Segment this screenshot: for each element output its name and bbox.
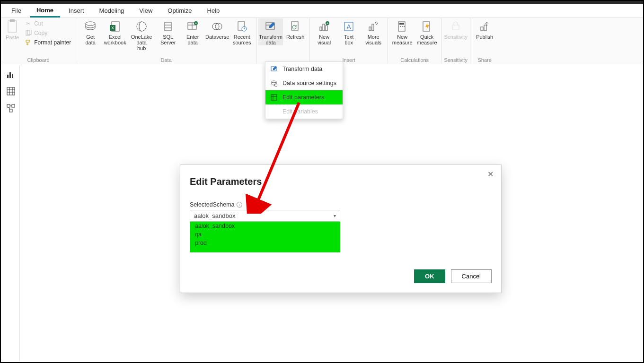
tab-insert[interactable]: Insert xyxy=(62,5,91,17)
tab-view[interactable]: View xyxy=(132,5,159,17)
svg-point-17 xyxy=(212,23,219,30)
dropdown-data-source-settings[interactable]: Data source settings xyxy=(265,76,343,90)
tab-home[interactable]: Home xyxy=(30,4,60,17)
enter-data-label: Enter data xyxy=(186,34,199,45)
svg-rect-52 xyxy=(9,109,12,112)
svg-rect-1 xyxy=(10,19,15,22)
sensitivity-button: Sensitivity xyxy=(443,18,468,45)
onelake-button[interactable]: OneLake data hub xyxy=(127,18,156,51)
format-painter-label: Format painter xyxy=(34,39,71,46)
data-source-icon xyxy=(270,79,278,87)
group-label-share: Share xyxy=(472,56,497,64)
dropdown-transform-data-label: Transform data xyxy=(282,66,322,72)
cancel-button[interactable]: Cancel xyxy=(451,269,492,283)
svg-point-36 xyxy=(402,26,403,27)
tab-file[interactable]: File xyxy=(5,5,28,17)
enter-data-icon: + xyxy=(186,20,199,33)
new-measure-button[interactable]: New measure xyxy=(390,18,415,45)
text-box-button[interactable]: A Text box xyxy=(336,18,361,45)
dataverse-button[interactable]: Dataverse xyxy=(205,18,229,45)
transform-data-button[interactable]: Transform data xyxy=(258,18,283,45)
get-data-icon xyxy=(84,20,97,33)
recent-sources-button[interactable]: Recent sources xyxy=(229,18,254,45)
svg-point-18 xyxy=(215,23,222,30)
svg-rect-9 xyxy=(165,22,171,31)
paste-button: Paste xyxy=(3,18,22,41)
quick-measure-icon xyxy=(420,20,433,33)
excel-icon: X xyxy=(108,20,122,33)
tab-help[interactable]: Help xyxy=(201,5,227,17)
dropdown-data-source-label: Data source settings xyxy=(282,80,336,86)
new-measure-icon xyxy=(396,20,409,33)
data-view-icon[interactable] xyxy=(6,86,16,96)
sensitivity-label: Sensitivity xyxy=(444,34,468,45)
edit-parameters-icon xyxy=(270,94,278,101)
dataverse-icon xyxy=(211,20,224,33)
excel-workbook-button[interactable]: X Excel workbook xyxy=(103,18,127,45)
parameter-field-label: SelectedSchema i xyxy=(190,201,492,208)
svg-line-54 xyxy=(9,107,10,109)
ribbon-group-sensitivity: Sensitivity Sensitivity xyxy=(441,18,470,64)
enter-data-button[interactable]: + Enter data xyxy=(180,18,205,45)
svg-rect-0 xyxy=(8,21,17,32)
excel-label: Excel workbook xyxy=(104,34,126,45)
schema-combobox[interactable]: aalok_sandbox ▾ xyxy=(190,210,340,222)
transform-data-icon xyxy=(264,20,277,33)
sql-server-button[interactable]: SQL Server xyxy=(156,18,180,45)
group-label-calculations: Calculations xyxy=(390,56,439,64)
copy-icon xyxy=(25,29,32,37)
edit-parameters-dialog: ✕ Edit Parameters SelectedSchema i aalok… xyxy=(180,164,502,293)
svg-text:+: + xyxy=(195,22,197,25)
model-view-icon[interactable] xyxy=(6,103,16,113)
ok-button[interactable]: OK xyxy=(414,269,445,283)
svg-rect-58 xyxy=(271,95,277,100)
more-visuals-label: More visuals xyxy=(365,34,381,45)
svg-rect-45 xyxy=(7,87,15,95)
paste-icon xyxy=(6,19,18,34)
dropdown-transform-data[interactable]: Transform data xyxy=(265,62,343,76)
onelake-label: OneLake data hub xyxy=(128,34,155,51)
quick-measure-button[interactable]: Quick measure xyxy=(415,18,439,45)
group-label-clipboard: Clipboard xyxy=(3,56,74,64)
svg-rect-41 xyxy=(484,25,486,31)
svg-text:+: + xyxy=(326,22,328,25)
ribbon-group-data: Get data X Excel workbook OneLake data h… xyxy=(76,18,256,64)
ribbon-group-queries: Transform data Refresh Queries xyxy=(256,18,310,64)
group-label-data: Data xyxy=(78,56,254,64)
publish-button[interactable]: Publish xyxy=(472,18,497,45)
ribbon-group-clipboard: Paste ✂ Cut Copy Format painter xyxy=(1,18,76,64)
new-visual-icon: + xyxy=(318,20,331,33)
dataverse-label: Dataverse xyxy=(205,34,229,45)
info-icon[interactable]: i xyxy=(237,202,242,207)
transform-data-small-icon xyxy=(270,65,278,73)
more-visuals-icon xyxy=(367,20,380,33)
schema-option-2[interactable]: prod xyxy=(190,239,340,247)
schema-option-1[interactable]: qa xyxy=(190,230,340,239)
new-visual-button[interactable]: + New visual xyxy=(312,18,336,45)
format-painter-button[interactable]: Format painter xyxy=(24,38,72,47)
copy-label: Copy xyxy=(34,30,47,36)
cut-button: ✂ Cut xyxy=(24,19,72,28)
dropdown-edit-parameters[interactable]: Edit parameters xyxy=(265,90,343,104)
svg-rect-24 xyxy=(320,27,322,31)
tab-optimize[interactable]: Optimize xyxy=(161,5,198,17)
more-visuals-button[interactable]: More visuals xyxy=(361,18,386,45)
schema-option-0[interactable]: aalok_sandbox xyxy=(190,222,340,230)
text-box-icon: A xyxy=(342,20,355,33)
dialog-close-button[interactable]: ✕ xyxy=(485,169,496,180)
svg-point-35 xyxy=(400,26,401,27)
get-data-label: Get data xyxy=(85,34,95,45)
chevron-down-icon: ▾ xyxy=(334,213,336,218)
report-view-icon[interactable] xyxy=(6,69,16,79)
refresh-button[interactable]: Refresh xyxy=(283,18,308,45)
cut-icon: ✂ xyxy=(25,20,32,27)
tab-modeling[interactable]: Modeling xyxy=(93,5,131,17)
ribbon-group-insert: + New visual A Text box More visuals Ins… xyxy=(310,18,388,64)
recent-label: Recent sources xyxy=(233,34,251,45)
transform-data-label: Transform data xyxy=(259,34,282,45)
svg-text:X: X xyxy=(111,26,114,30)
left-view-rail xyxy=(2,65,20,361)
get-data-button[interactable]: Get data xyxy=(78,18,103,45)
sensitivity-icon xyxy=(449,20,462,33)
paste-label: Paste xyxy=(6,35,19,40)
